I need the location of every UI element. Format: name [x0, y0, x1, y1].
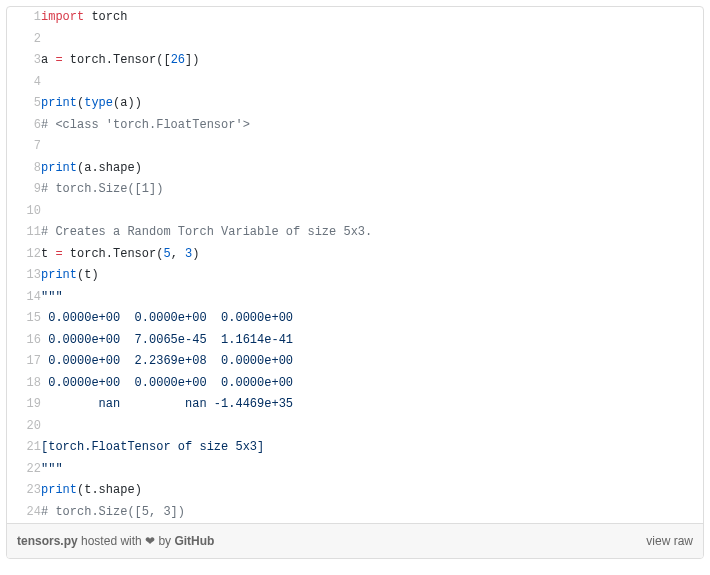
view-raw-link[interactable]: view raw — [646, 534, 693, 548]
line-number[interactable]: 13 — [7, 265, 41, 287]
code-token: = — [55, 247, 62, 261]
code-row: 10 — [7, 201, 703, 223]
code-token: torch — [91, 10, 127, 24]
code-cell[interactable] — [41, 201, 703, 223]
code-row: 9# torch.Size([1]) — [7, 179, 703, 201]
code-row: 8print(a.shape) — [7, 158, 703, 180]
code-token: (t.shape) — [77, 483, 142, 497]
line-number[interactable]: 8 — [7, 158, 41, 180]
code-token: 0.0000e+00 7.0065e-45 1.1614e-41 — [41, 333, 293, 347]
code-token: torch.Tensor( — [63, 247, 164, 261]
line-number[interactable]: 14 — [7, 287, 41, 309]
line-number[interactable]: 19 — [7, 394, 41, 416]
code-cell[interactable]: # <class 'torch.FloatTensor'> — [41, 115, 703, 137]
code-token: print — [41, 483, 77, 497]
code-token: nan nan -1.4469e+35 — [41, 397, 293, 411]
github-link[interactable]: GitHub — [174, 534, 214, 548]
code-row: 11# Creates a Random Torch Variable of s… — [7, 222, 703, 244]
code-row: 15 0.0000e+00 0.0000e+00 0.0000e+00 — [7, 308, 703, 330]
code-cell[interactable]: 0.0000e+00 0.0000e+00 0.0000e+00 — [41, 373, 703, 395]
line-number[interactable]: 18 — [7, 373, 41, 395]
code-cell[interactable]: 0.0000e+00 0.0000e+00 0.0000e+00 — [41, 308, 703, 330]
code-cell[interactable] — [41, 136, 703, 158]
code-token: ) — [192, 247, 199, 261]
line-number[interactable]: 4 — [7, 72, 41, 94]
code-token: a — [41, 53, 55, 67]
gist-filename-link[interactable]: tensors.py — [17, 534, 78, 548]
code-cell[interactable] — [41, 72, 703, 94]
code-token: ]) — [185, 53, 199, 67]
code-row: 24# torch.Size([5, 3]) — [7, 502, 703, 524]
gist-meta-left: tensors.py hosted with ❤ by GitHub — [17, 534, 214, 548]
code-cell[interactable]: """ — [41, 287, 703, 309]
code-row: 1import torch — [7, 7, 703, 29]
code-token: print — [41, 268, 77, 282]
code-row: 20 — [7, 416, 703, 438]
code-row: 5print(type(a)) — [7, 93, 703, 115]
code-token: 0.0000e+00 0.0000e+00 0.0000e+00 — [41, 376, 293, 390]
line-number[interactable]: 3 — [7, 50, 41, 72]
code-cell[interactable]: # torch.Size([5, 3]) — [41, 502, 703, 524]
code-token: t — [41, 247, 55, 261]
line-number[interactable]: 17 — [7, 351, 41, 373]
line-number[interactable]: 21 — [7, 437, 41, 459]
code-cell[interactable]: 0.0000e+00 7.0065e-45 1.1614e-41 — [41, 330, 703, 352]
line-number[interactable]: 10 — [7, 201, 41, 223]
code-token: # torch.Size([1]) — [41, 182, 163, 196]
code-row: 4 — [7, 72, 703, 94]
code-row: 14""" — [7, 287, 703, 309]
line-number[interactable]: 1 — [7, 7, 41, 29]
line-number[interactable]: 7 — [7, 136, 41, 158]
code-token: [torch.FloatTensor of size 5x3] — [41, 440, 264, 454]
line-number[interactable]: 12 — [7, 244, 41, 266]
code-row: 22""" — [7, 459, 703, 481]
code-cell[interactable]: print(t) — [41, 265, 703, 287]
code-row: 12t = torch.Tensor(5, 3) — [7, 244, 703, 266]
gist-meta: tensors.py hosted with ❤ by GitHub view … — [7, 523, 703, 558]
line-number[interactable]: 2 — [7, 29, 41, 51]
code-cell[interactable]: """ — [41, 459, 703, 481]
code-cell[interactable]: print(t.shape) — [41, 480, 703, 502]
code-row: 2 — [7, 29, 703, 51]
code-token: 5 — [163, 247, 170, 261]
code-token: 0.0000e+00 0.0000e+00 0.0000e+00 — [41, 311, 293, 325]
line-number[interactable]: 9 — [7, 179, 41, 201]
code-row: 16 0.0000e+00 7.0065e-45 1.1614e-41 — [7, 330, 703, 352]
code-token: torch.Tensor([ — [63, 53, 171, 67]
code-token: = — [55, 53, 62, 67]
code-cell[interactable]: a = torch.Tensor([26]) — [41, 50, 703, 72]
line-number[interactable]: 16 — [7, 330, 41, 352]
code-cell[interactable] — [41, 29, 703, 51]
code-cell[interactable]: t = torch.Tensor(5, 3) — [41, 244, 703, 266]
code-tbody: 1import torch2 3a = torch.Tensor([26])4 … — [7, 7, 703, 523]
line-number[interactable]: 11 — [7, 222, 41, 244]
code-token: import — [41, 10, 91, 24]
code-cell[interactable]: import torch — [41, 7, 703, 29]
code-row: 21[torch.FloatTensor of size 5x3] — [7, 437, 703, 459]
code-token: # torch.Size([5, 3]) — [41, 505, 185, 519]
line-number[interactable]: 20 — [7, 416, 41, 438]
gist-container: 1import torch2 3a = torch.Tensor([26])4 … — [6, 6, 704, 559]
code-cell[interactable]: print(a.shape) — [41, 158, 703, 180]
line-number[interactable]: 5 — [7, 93, 41, 115]
code-cell[interactable]: # torch.Size([1]) — [41, 179, 703, 201]
code-cell[interactable]: 0.0000e+00 2.2369e+08 0.0000e+00 — [41, 351, 703, 373]
code-token: , — [171, 247, 185, 261]
code-token: 26 — [171, 53, 185, 67]
code-token: (a)) — [113, 96, 142, 110]
code-cell[interactable]: [torch.FloatTensor of size 5x3] — [41, 437, 703, 459]
code-cell[interactable] — [41, 416, 703, 438]
code-cell[interactable]: nan nan -1.4469e+35 — [41, 394, 703, 416]
hosted-text: hosted with — [78, 534, 145, 548]
code-row: 17 0.0000e+00 2.2369e+08 0.0000e+00 — [7, 351, 703, 373]
code-cell[interactable]: print(type(a)) — [41, 93, 703, 115]
line-number[interactable]: 6 — [7, 115, 41, 137]
line-number[interactable]: 23 — [7, 480, 41, 502]
by-text: by — [155, 534, 174, 548]
code-token: # Creates a Random Torch Variable of siz… — [41, 225, 372, 239]
line-number[interactable]: 15 — [7, 308, 41, 330]
code-row: 13print(t) — [7, 265, 703, 287]
line-number[interactable]: 22 — [7, 459, 41, 481]
code-cell[interactable]: # Creates a Random Torch Variable of siz… — [41, 222, 703, 244]
line-number[interactable]: 24 — [7, 502, 41, 524]
